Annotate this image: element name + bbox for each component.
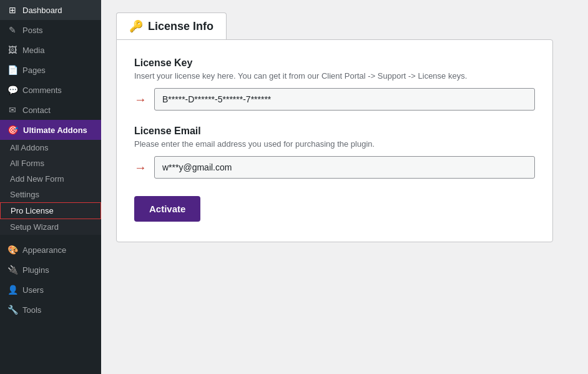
ultimate-addons-label: Ultimate Addons: [23, 125, 87, 135]
license-info-tab[interactable]: 🔑 License Info: [116, 12, 227, 39]
contact-icon: ✉: [7, 105, 17, 115]
license-email-section: License Email Please enter the email add…: [134, 125, 535, 179]
sidebar-item-appearance[interactable]: 🎨 Appearance: [0, 240, 101, 260]
sidebar-item-media[interactable]: 🖼 Media: [0, 40, 101, 60]
license-email-input[interactable]: [154, 156, 535, 179]
pro-license-label: Pro License: [11, 206, 54, 215]
tools-icon: 🔧: [7, 305, 17, 315]
license-key-section: License Key Insert your license key here…: [134, 57, 535, 111]
all-forms-label: All Forms: [10, 159, 44, 168]
plugins-icon: 🔌: [7, 265, 17, 275]
license-email-arrow-icon: →: [134, 160, 147, 175]
license-key-input[interactable]: [154, 88, 535, 111]
license-key-row: →: [134, 88, 535, 111]
add-new-form-label: Add New Form: [10, 174, 64, 184]
media-icon: 🖼: [7, 45, 17, 55]
sidebar-item-pro-license[interactable]: Pro License: [0, 202, 101, 219]
sidebar-item-pages[interactable]: 📄 Pages: [0, 60, 101, 80]
license-email-row: →: [134, 156, 535, 179]
sidebar-item-label: Posts: [22, 26, 43, 35]
license-key-title: License Key: [134, 57, 535, 69]
ultimate-addons-icon: 🎯: [7, 125, 18, 135]
sidebar-item-label: Dashboard: [22, 6, 62, 15]
all-addons-label: All Addons: [10, 143, 48, 152]
sidebar-item-label: Contact: [22, 106, 51, 115]
setup-wizard-label: Setup Wizard: [10, 222, 59, 232]
appearance-icon: 🎨: [7, 245, 17, 255]
users-icon: 👤: [7, 285, 17, 295]
plugins-label: Plugins: [22, 265, 49, 275]
sidebar-item-label: Comments: [22, 86, 62, 95]
sidebar-item-add-new-form[interactable]: Add New Form: [0, 171, 101, 187]
sidebar-item-plugins[interactable]: 🔌 Plugins: [0, 260, 101, 280]
license-key-arrow-icon: →: [134, 92, 147, 107]
appearance-label: Appearance: [22, 245, 66, 255]
sidebar-item-tools[interactable]: 🔧 Tools: [0, 300, 101, 320]
sidebar-submenu: All Addons All Forms Add New Form Settin…: [0, 140, 101, 235]
ultimate-addons-header[interactable]: 🎯 Ultimate Addons: [0, 120, 101, 140]
license-key-desc: Insert your license key here. You can ge…: [134, 71, 535, 81]
tab-label: License Info: [148, 20, 213, 33]
sidebar-item-comments[interactable]: 💬 Comments: [0, 80, 101, 100]
tab-icon: 🔑: [129, 19, 143, 33]
license-email-desc: Please enter the email address you used …: [134, 139, 535, 149]
pages-icon: 📄: [7, 65, 17, 75]
main-content: 🔑 License Info License Key Insert your l…: [101, 0, 588, 374]
bottom-menu: 🎨 Appearance 🔌 Plugins 👤 Users 🔧 Tools: [0, 240, 101, 320]
tools-label: Tools: [22, 305, 41, 315]
sidebar-item-posts[interactable]: ✎ Posts: [0, 20, 101, 40]
sidebar-item-setup-wizard[interactable]: Setup Wizard: [0, 219, 101, 235]
posts-icon: ✎: [7, 25, 17, 35]
sidebar: ⊞ Dashboard ✎ Posts 🖼 Media 📄 Pages 💬 Co…: [0, 0, 101, 374]
license-email-title: License Email: [134, 125, 535, 137]
sidebar-item-users[interactable]: 👤 Users: [0, 280, 101, 300]
users-label: Users: [22, 285, 44, 295]
license-info-card: License Key Insert your license key here…: [116, 39, 553, 242]
activate-button[interactable]: Activate: [134, 196, 200, 222]
sidebar-item-contact[interactable]: ✉ Contact: [0, 100, 101, 120]
sidebar-item-label: Pages: [22, 66, 46, 75]
comments-icon: 💬: [7, 85, 17, 95]
dashboard-icon: ⊞: [7, 5, 17, 15]
settings-label: Settings: [10, 190, 39, 199]
sidebar-item-dashboard[interactable]: ⊞ Dashboard: [0, 0, 101, 20]
sidebar-item-all-addons[interactable]: All Addons: [0, 140, 101, 155]
sidebar-item-all-forms[interactable]: All Forms: [0, 155, 101, 171]
sidebar-item-label: Media: [22, 46, 44, 55]
sidebar-item-settings[interactable]: Settings: [0, 187, 101, 202]
